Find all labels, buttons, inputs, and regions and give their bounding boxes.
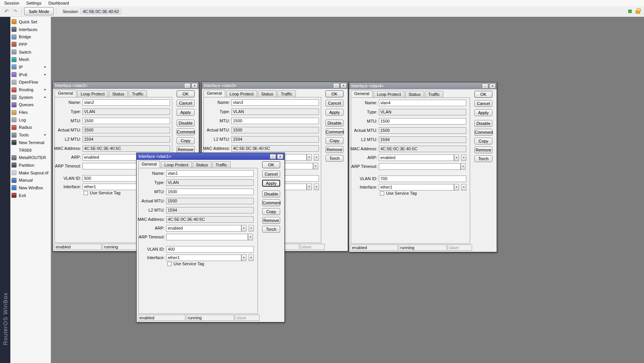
arp-select[interactable]: enabled: [166, 225, 241, 232]
arp-expand-button[interactable]: ▼: [314, 154, 319, 161]
tab-loop-protect[interactable]: Loop Protect: [226, 90, 257, 97]
copy-button[interactable]: Copy: [177, 137, 195, 144]
arp-timeout-dropdown-icon[interactable]: ▼: [313, 163, 318, 169]
sidebar-item-tr069[interactable]: TR069: [10, 146, 51, 154]
sidebar-item-interfaces[interactable]: Interfaces: [10, 26, 51, 33]
arp-dropdown-icon[interactable]: ▼: [307, 154, 312, 161]
interface-expand-button[interactable]: ▼: [461, 184, 466, 191]
tab-status[interactable]: Status: [193, 161, 211, 168]
sidebar-item-new-terminal[interactable]: New Terminal: [10, 139, 51, 146]
dialog-titlebar[interactable]: Interface <vlan4>□✕: [349, 82, 497, 89]
name-field[interactable]: vlan1: [166, 170, 254, 177]
dialog-titlebar[interactable]: Interface <vlan3>□✕: [202, 82, 348, 89]
maximize-icon[interactable]: □: [482, 84, 488, 89]
sidebar-item-radius[interactable]: Radius: [10, 124, 51, 131]
dialog-titlebar[interactable]: Interface <vlan1>□✕: [137, 153, 284, 160]
comment-button[interactable]: Comment: [474, 129, 492, 136]
disable-button[interactable]: Disable: [262, 191, 280, 197]
vlan-id-field[interactable]: 400: [166, 246, 254, 253]
mtu-field[interactable]: 1500: [166, 189, 254, 195]
sidebar-item-routing[interactable]: Routing▸: [10, 86, 51, 94]
arp-dropdown-icon[interactable]: ▼: [454, 154, 459, 161]
sidebar-item-new-winbox[interactable]: New WinBox: [10, 184, 51, 192]
use-service-tag-checkbox[interactable]: [167, 262, 172, 266]
sidebar-item-queues[interactable]: Queues: [10, 101, 51, 109]
undo-button[interactable]: ↶: [2, 8, 11, 15]
menu-item-dashboard[interactable]: Dashboard: [45, 0, 73, 6]
ok-button[interactable]: OK: [262, 161, 280, 168]
comment-button[interactable]: Comment: [325, 128, 343, 135]
sidebar-item-log[interactable]: Log: [10, 116, 51, 124]
apply-button[interactable]: Apply: [325, 109, 343, 116]
arp-timeout-dropdown-icon[interactable]: ▼: [461, 163, 466, 170]
dialog-titlebar[interactable]: Interface <vlan2>□✕: [53, 82, 199, 89]
mtu-field[interactable]: 1500: [83, 118, 170, 124]
name-field[interactable]: vlan3: [231, 99, 319, 106]
interface-expand-button[interactable]: ▼: [249, 255, 254, 261]
arp-expand-button[interactable]: ▼: [461, 154, 466, 161]
sidebar-item-files[interactable]: Files: [10, 108, 51, 116]
arp-timeout-dropdown-icon[interactable]: ▼: [248, 234, 253, 240]
name-field[interactable]: vlan4: [379, 100, 466, 106]
apply-button[interactable]: Apply: [474, 109, 492, 116]
tab-status[interactable]: Status: [258, 90, 277, 97]
interface-select[interactable]: ether1: [166, 255, 241, 261]
remove-button[interactable]: Remove: [325, 146, 343, 153]
vlan-id-field[interactable]: 700: [379, 176, 466, 182]
mtu-field[interactable]: 1500: [231, 118, 319, 124]
close-icon[interactable]: ✕: [277, 154, 283, 159]
tab-general[interactable]: General: [203, 90, 225, 97]
maximize-icon[interactable]: □: [333, 83, 339, 88]
tab-general[interactable]: General: [351, 90, 373, 97]
interface-expand-button[interactable]: ▼: [314, 184, 319, 190]
torch-button[interactable]: Torch: [474, 155, 492, 162]
name-field[interactable]: vlan2: [83, 99, 170, 106]
sidebar-item-system[interactable]: System▸: [10, 94, 51, 101]
sidebar-item-bridge[interactable]: Bridge: [10, 33, 51, 41]
close-icon[interactable]: ✕: [340, 83, 347, 88]
sidebar-item-quick-set[interactable]: Quick Set: [10, 18, 51, 26]
sidebar-item-ip[interactable]: IP▸: [10, 63, 51, 71]
close-icon[interactable]: ✕: [489, 84, 495, 89]
tab-traffic[interactable]: Traffic: [212, 161, 231, 168]
sidebar-item-tools[interactable]: Tools▸: [10, 131, 51, 139]
tab-status[interactable]: Status: [109, 90, 128, 97]
redo-button[interactable]: ↷: [11, 8, 19, 15]
sidebar-item-make-supout-rif[interactable]: Make Supout.rif: [10, 169, 51, 177]
sidebar-item-mesh[interactable]: Mesh: [10, 56, 51, 63]
use-service-tag-checkbox[interactable]: [380, 191, 384, 195]
sidebar-item-exit[interactable]: Exit: [10, 192, 51, 199]
tab-loop-protect[interactable]: Loop Protect: [161, 161, 192, 168]
remove-button[interactable]: Remove: [177, 146, 195, 153]
interface-dropdown-icon[interactable]: ▼: [307, 184, 312, 190]
cancel-button[interactable]: Cancel: [177, 100, 195, 107]
sidebar-item-partition[interactable]: Partition: [10, 161, 51, 169]
sidebar-item-openflow[interactable]: OpenFlow: [10, 79, 51, 86]
mtu-field[interactable]: 1500: [379, 118, 466, 125]
torch-button[interactable]: Torch: [262, 226, 280, 233]
ok-button[interactable]: OK: [474, 91, 492, 98]
copy-button[interactable]: Copy: [474, 138, 492, 145]
maximize-icon[interactable]: □: [184, 83, 190, 88]
tab-traffic[interactable]: Traffic: [425, 91, 443, 97]
disable-button[interactable]: Disable: [177, 120, 195, 126]
arp-select[interactable]: enabled: [379, 154, 454, 161]
use-service-tag-checkbox[interactable]: [84, 191, 88, 195]
tab-general[interactable]: General: [138, 161, 160, 168]
tab-loop-protect[interactable]: Loop Protect: [373, 91, 404, 97]
copy-button[interactable]: Copy: [262, 208, 280, 215]
sidebar-item-ipv6[interactable]: IPv6▸: [10, 71, 51, 79]
disable-button[interactable]: Disable: [474, 120, 492, 127]
tab-traffic[interactable]: Traffic: [277, 90, 296, 97]
sidebar-item-ppp[interactable]: PPP: [10, 41, 51, 48]
interface-dropdown-icon[interactable]: ▼: [241, 255, 246, 261]
menu-item-session[interactable]: Session: [1, 0, 23, 6]
apply-button[interactable]: Apply: [262, 180, 280, 187]
arp-expand-button[interactable]: ▼: [249, 225, 254, 232]
ok-button[interactable]: OK: [177, 90, 195, 97]
close-icon[interactable]: ✕: [192, 83, 198, 88]
sidebar-item-metarouter[interactable]: MetaROUTER: [10, 154, 51, 161]
torch-button[interactable]: Torch: [325, 155, 343, 162]
tab-general[interactable]: General: [54, 90, 76, 97]
interface-select[interactable]: ether1: [379, 184, 454, 191]
